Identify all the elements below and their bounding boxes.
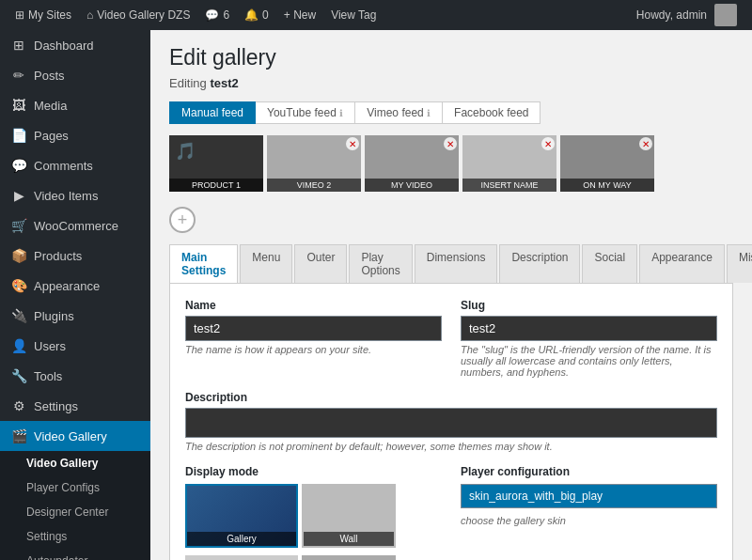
settings-tab-menu[interactable]: Menu — [240, 244, 292, 283]
sidebar-item-comments[interactable]: 💬 Comments — [0, 150, 150, 180]
updates-icon: 🔔 — [244, 8, 258, 22]
sidebar-item-products[interactable]: 📦 Products — [0, 241, 150, 271]
display-mode-videowall[interactable]: Video wall — [302, 555, 396, 560]
comments-link[interactable]: 💬 6 — [197, 8, 237, 22]
settings-tab-main[interactable]: Main Settings — [169, 244, 238, 283]
comment-icon: 💬 — [205, 8, 219, 22]
gallery-mode-label: Gallery — [187, 532, 296, 546]
settings-tab-miscellaneous[interactable]: Miscellaneous — [727, 244, 752, 283]
player-config-input[interactable] — [461, 484, 717, 508]
sidebar-item-pages[interactable]: 📄 Pages — [0, 120, 150, 150]
feed-tab-vimeo[interactable]: Vimeo feed ℹ — [355, 101, 443, 124]
feed-tab-manual[interactable]: Manual feed — [169, 101, 256, 124]
video-thumb-1-play-indicator: 🎵 — [175, 141, 196, 162]
sidebar: ⊞ Dashboard ✏ Posts 🖼 Media 📄 Pages 💬 Co… — [0, 30, 150, 560]
view-tag-label: View Tag — [331, 8, 376, 22]
add-video-button[interactable]: + — [169, 207, 196, 233]
settings-tab-description[interactable]: Description — [499, 244, 580, 283]
feed-tab-youtube[interactable]: YouTube feed ℹ — [256, 101, 355, 124]
appearance-icon: 🎨 — [11, 278, 26, 293]
settings-icon: ⚙ — [11, 398, 26, 413]
video-thumbs-container: 🎵 PRODUCT 1 ✕ VIMEO 2 ✕ MY VIDEO ✕ INSER… — [169, 135, 733, 192]
slug-label: Slug — [461, 299, 717, 312]
site-name: Video Gallery DZS — [97, 8, 190, 22]
my-sites-link[interactable]: ⊞ My Sites — [8, 8, 79, 22]
video-thumb-1[interactable]: 🎵 PRODUCT 1 — [169, 135, 263, 192]
sidebar-item-video-gallery[interactable]: 🎬 Video Gallery — [0, 421, 150, 451]
view-tag-link[interactable]: View Tag — [323, 8, 384, 22]
youtube-info-icon: ℹ — [339, 108, 343, 118]
editing-label: Editing test2 — [169, 76, 733, 90]
updates-link[interactable]: 🔔 0 — [237, 8, 276, 22]
sidebar-sub-video-gallery[interactable]: Video Gallery — [0, 451, 150, 475]
video-thumb-1-label: PRODUCT 1 — [169, 179, 263, 192]
player-config-col: Player configuration choose the gallery … — [461, 465, 717, 560]
admin-bar: ⊞ My Sites ⌂ Video Gallery DZS 💬 6 🔔 0 +… — [0, 0, 752, 30]
sidebar-item-tools[interactable]: 🔧 Tools — [0, 361, 150, 391]
sidebar-item-users[interactable]: 👤 Users — [0, 331, 150, 361]
page-title: Edit gallery — [169, 45, 733, 70]
video-thumb-5[interactable]: ✕ ON MY WAY — [560, 135, 654, 192]
sidebar-item-dashboard[interactable]: ⊞ Dashboard — [0, 30, 150, 60]
settings-tab-appearance[interactable]: Appearance — [639, 244, 725, 283]
sidebar-item-settings[interactable]: ⚙ Settings — [0, 391, 150, 421]
remove-thumb-5-button[interactable]: ✕ — [639, 137, 652, 150]
site-home-link[interactable]: ⌂ Video Gallery DZS — [79, 8, 197, 22]
sidebar-sub-autoupdater[interactable]: Autoupdater — [0, 549, 150, 560]
slug-input[interactable] — [461, 316, 717, 341]
display-mode-wall[interactable]: Wall — [302, 484, 396, 548]
description-label: Description — [185, 391, 717, 404]
display-mode-gallery[interactable]: Gallery — [185, 484, 298, 548]
name-input[interactable] — [185, 316, 442, 341]
plugins-icon: 🔌 — [11, 308, 26, 323]
sidebar-item-plugins[interactable]: 🔌 Plugins — [0, 301, 150, 331]
settings-tab-play-options[interactable]: Play Options — [349, 244, 412, 283]
settings-tab-outer[interactable]: Outer — [294, 244, 347, 283]
description-section: Description The description is not promi… — [185, 391, 717, 452]
wall-mode-label: Wall — [304, 532, 394, 546]
user-greeting: Howdy, admin — [629, 4, 744, 26]
sidebar-sub-designer-center[interactable]: Designer Center — [0, 500, 150, 524]
sidebar-sub-settings[interactable]: Settings — [0, 524, 150, 549]
video-items-icon: ▶ — [11, 188, 26, 203]
feed-tabs: Manual feed YouTube feed ℹ Vimeo feed ℹ … — [169, 101, 733, 124]
description-hint: The description is not prominent by defa… — [185, 441, 717, 452]
form-panel: Name The name is how it appears on your … — [169, 284, 733, 560]
video-thumb-3[interactable]: ✕ MY VIDEO — [365, 135, 459, 192]
home-icon: ⌂ — [86, 8, 93, 22]
display-modes-container: Gallery Wall Rotator 3d — [185, 484, 442, 560]
display-player-row: Display mode Gallery Wall — [185, 465, 717, 560]
comment-count: 6 — [223, 8, 229, 22]
woocommerce-icon: 🛒 — [11, 218, 26, 233]
remove-thumb-3-button[interactable]: ✕ — [444, 137, 457, 150]
sidebar-item-appearance[interactable]: 🎨 Appearance — [0, 271, 150, 301]
settings-tabs: Main Settings Menu Outer Play Options Di… — [169, 244, 733, 284]
description-input[interactable] — [185, 408, 717, 438]
display-mode-rotator3d[interactable]: Rotator 3d — [185, 555, 298, 560]
remove-thumb-4-button[interactable]: ✕ — [541, 137, 555, 150]
settings-tab-dimensions[interactable]: Dimensions — [415, 244, 498, 283]
name-hint: The name is how it appears on your site. — [185, 344, 442, 355]
tools-icon: 🔧 — [11, 368, 26, 383]
display-mode-col: Display mode Gallery Wall — [185, 465, 442, 560]
sidebar-item-video-items[interactable]: ▶ Video Items — [0, 180, 150, 210]
sidebar-item-woocommerce[interactable]: 🛒 WooCommerce — [0, 210, 150, 241]
sidebar-sub-player-configs[interactable]: Player Configs — [0, 475, 150, 500]
new-content-link[interactable]: + New — [276, 8, 323, 22]
name-slug-row: Name The name is how it appears on your … — [185, 299, 717, 378]
video-thumb-4[interactable]: ✕ INSERT NAME — [462, 135, 556, 192]
admin-avatar — [714, 4, 737, 26]
remove-thumb-2-button[interactable]: ✕ — [346, 137, 359, 150]
slug-hint: The "slug" is the URL-friendly version o… — [461, 344, 717, 378]
vimeo-info-icon: ℹ — [427, 108, 431, 118]
posts-icon: ✏ — [11, 68, 26, 83]
sidebar-item-posts[interactable]: ✏ Posts — [0, 60, 150, 90]
video-thumb-2[interactable]: ✕ VIMEO 2 — [267, 135, 361, 192]
settings-tab-social[interactable]: Social — [582, 244, 637, 283]
feed-tab-facebook[interactable]: Facebook feed — [443, 101, 540, 124]
wp-icon: ⊞ — [15, 8, 24, 22]
display-mode-label: Display mode — [185, 465, 442, 478]
sidebar-item-media[interactable]: 🖼 Media — [0, 90, 150, 120]
player-config-hint: choose the gallery skin — [461, 515, 717, 526]
dashboard-icon: ⊞ — [11, 38, 26, 53]
